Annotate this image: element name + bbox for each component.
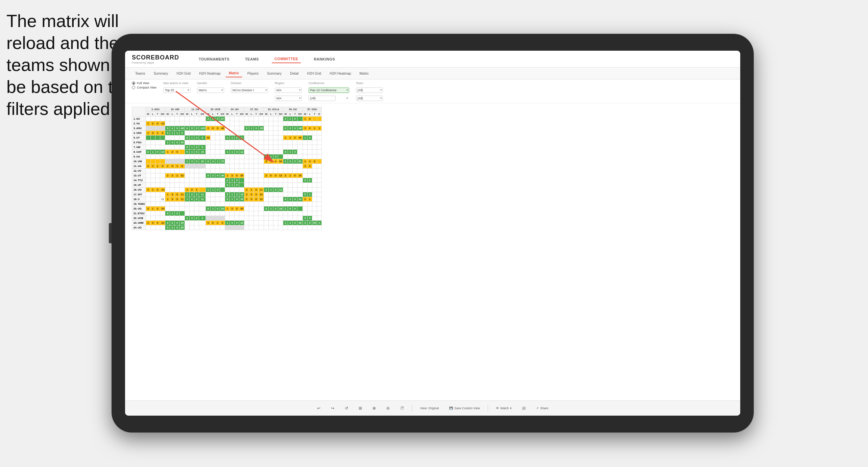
row-13ut: 13. UT [132,173,146,178]
sub-tab-players[interactable]: Players [244,70,262,77]
sub-tab-h2h-heatmap[interactable]: H2H Heatmap [196,70,224,77]
compact-view-radio-dot [132,86,135,89]
zoom-in-button[interactable]: ⊕ [370,404,379,412]
table-row: 1. AU 20027 010 10 [132,117,322,121]
undo-button[interactable]: ↩ [314,404,323,412]
table-row: 6. FSU 14035 [132,140,322,145]
refresh-icon: ↺ [345,406,348,411]
table-row: 2. VU 120-12 [132,121,322,126]
team-select[interactable]: (All) [356,88,383,93]
nav-rankings[interactable]: RANKINGS [311,55,338,63]
refresh-button[interactable]: ↺ [342,404,351,412]
sh-ucb-l: L [211,112,215,117]
sh-su-d: Dif [259,112,264,117]
sub-tab-h2h-heatmap2[interactable]: H2H Heatmap [326,70,354,77]
col-uu: 54. UU [283,107,303,112]
table-row: 14. TTU 010 30 [132,178,322,183]
share-button[interactable]: ↗ Share [533,405,551,411]
row-ttu: 14. TTU [132,178,146,183]
sub-tab-detail[interactable]: Detail [287,70,302,77]
conference-select[interactable]: Pac-12 Conference (All) [309,88,349,93]
sub-tabs-bar: Teams Summary H2H Grid H2H Heatmap Matri… [125,68,740,79]
layout-button[interactable]: ⊟ [520,404,528,412]
redo-icon: ↪ [331,406,334,411]
share-icon: ↗ [536,407,539,410]
col-su: 27. SU [244,107,264,112]
watch-chevron-icon: ▾ [510,407,512,410]
nav-bar: SCOREBOARD Powered by clippd TOURNAMENTS… [125,51,740,68]
zoom-out-icon: ⊖ [386,406,390,411]
watch-button[interactable]: 👁 Watch ▾ [493,405,514,411]
zoom-out-button[interactable]: ⊖ [384,404,392,412]
region-select2[interactable]: N/A [275,96,302,101]
nav-teams[interactable]: TEAMS [242,55,262,63]
row-etsu: 21. ETSU [132,211,146,216]
col-ucb: 22. UCB [206,107,225,112]
sh-ua-t: T [194,112,199,117]
max-teams-select-wrapper: Top 25 Top 10 Top 50 [163,87,190,93]
row-vu: 2. VU [132,121,146,126]
compact-view-radio[interactable]: Compact View [132,86,156,89]
sub-tab-matrix[interactable]: Matrix [225,70,242,77]
watch-label: Watch [500,407,509,410]
sub-tab-h2h-grid2[interactable]: H2H Grid [304,70,324,77]
row-ut: 5. UT [132,136,146,140]
sh-ua-d: Dif [199,112,206,117]
row-au: 1. AU [132,117,146,121]
max-teams-select[interactable]: Top 25 Top 10 Top 50 [163,88,190,93]
sub-tab-summary2[interactable]: Summary [264,70,285,77]
zoom-fit-button[interactable]: ⊞ [356,404,365,412]
timer-icon: ⏱ [400,406,404,411]
sh-su-l: L [249,112,254,117]
filter-bar: Full View Compact View Max teams in view… [125,79,740,103]
full-view-radio[interactable]: Full View [132,81,156,85]
save-custom-button[interactable]: 💾 Save Custom View [447,405,483,411]
division-select[interactable]: NCAA Division I NCAA Division II NCAA Di… [231,88,268,93]
logo-area: SCOREBOARD Powered by clippd [132,54,179,64]
gender-select[interactable]: Men's Women's [197,88,224,93]
conference-select2[interactable]: (All) [309,96,336,101]
row-uaf: 8. UAF [132,150,146,154]
table-row: 21. ETSU 010 [132,211,322,216]
matrix-corner [132,107,146,117]
nav-committee[interactable]: COMMITTEE [272,55,301,63]
table-row: 15. UF 010 [132,183,322,188]
row-9ua: 9. UA [132,154,146,159]
sub-tab-summary[interactable]: Summary [150,70,171,77]
team-filter: Team (All) (All) [356,81,383,101]
table-row: 12. UV [132,169,322,173]
sh-ucla-t: T [273,112,278,117]
undo-icon: ↩ [317,406,320,411]
team-select2[interactable]: (All) [356,96,383,101]
bottom-toolbar: ↩ ↪ ↺ ⊞ ⊕ ⊖ ⏱ View: Original [125,400,740,416]
sh-uw-t: T [175,112,179,117]
row-asu: 3. ASU [132,126,146,131]
row-unm: 23. UNM [132,221,146,225]
sh-asu-t: T [155,112,160,117]
conference-label: Conference [309,81,349,85]
gender-label: Gender [197,81,224,85]
sub-tab-h2h-grid[interactable]: H2H Grid [173,70,194,77]
sh-osu-t: T [312,112,317,117]
view-original-button[interactable]: View: Original [417,405,441,411]
sh-ucla-d: Dif [278,112,283,117]
conference-filter: Conference Pac-12 Conference (All) (All) [309,81,349,101]
sh-ua-w: W [185,112,190,117]
row-git: 17. GIT [132,192,146,197]
region-select[interactable]: N/A East West [275,88,302,93]
max-teams-label: Max teams in view [163,81,190,85]
sub-tab-teams[interactable]: Teams [132,70,148,77]
sh-su-w: W [244,112,249,117]
division-select-wrapper: NCAA Division I NCAA Division II NCAA Di… [231,87,268,93]
timer-button[interactable]: ⏱ [397,404,407,412]
sh-uw-w: W [165,112,170,117]
toolbar-divider-1 [412,405,412,412]
view-options: Full View Compact View [132,81,156,89]
nav-tournaments[interactable]: TOURNAMENTS [196,55,232,63]
row-16uo: 16. UO [132,188,146,192]
tablet-side-button [109,223,112,243]
sub-tab-matrix2[interactable]: Matrix [356,70,372,77]
redo-button[interactable]: ↪ [328,404,337,412]
matrix-area[interactable]: 3. ASU 10. UW 11. UA 22. UCB 24. UO 27. … [125,103,740,408]
team-select-wrapper: (All) [356,87,383,93]
